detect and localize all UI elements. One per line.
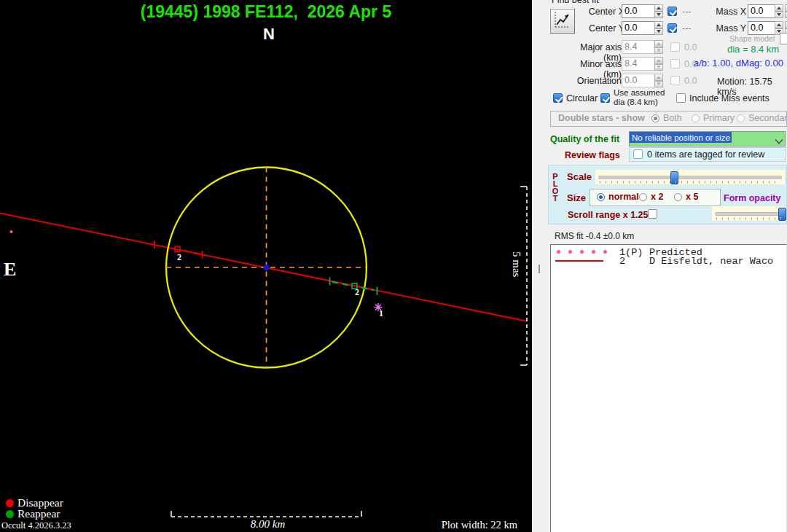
chevron-down-icon xyxy=(775,136,783,144)
use-assumed-dia-label: Use assumed dia (8.4 km) xyxy=(614,88,665,106)
plot-title: (19445) 1998 FE112, 2026 Apr 5 xyxy=(0,2,532,22)
scroll-range-label: Scroll range x 1.25 xyxy=(568,210,648,220)
app-version-label: Occult 4.2026.3.23 xyxy=(1,520,71,531)
size-x2-label: x 2 xyxy=(651,192,663,202)
size-x2-radio[interactable] xyxy=(639,193,647,201)
double-stars-both-radio xyxy=(651,114,659,122)
review-flags-status: 0 items are tagged for review xyxy=(647,149,764,160)
reappear-legend-label: Reappear xyxy=(17,507,60,520)
double-stars-primary-radio xyxy=(692,114,700,122)
orientation-fit-flag: 0.0 xyxy=(684,76,697,86)
rms-fit-label: RMS fit -0.4 ±0.0 km xyxy=(555,231,634,241)
north-direction-label: N xyxy=(258,25,280,44)
form-opacity-ticks xyxy=(716,217,782,220)
size-normal-radio[interactable] xyxy=(597,193,605,201)
minor-axis-fit-checkbox xyxy=(670,59,680,69)
orientation-label: Orientation xyxy=(560,76,622,86)
predicted-dot-icon xyxy=(592,250,595,254)
scroll-range-checkbox[interactable] xyxy=(648,209,657,219)
chord-2-reappear-label: 2 xyxy=(355,287,359,297)
orientation-input: 0.0 xyxy=(622,74,656,87)
predicted-dot-icon xyxy=(557,250,560,254)
observation-row-chord2[interactable]: 2 D Eisfeldt, near Waco xyxy=(551,254,786,264)
circular-label: Circular xyxy=(566,93,598,103)
predicted-dot-icon xyxy=(568,250,572,254)
scale-slider-ticks xyxy=(600,181,780,184)
plot-controls-panel: P L O T Scale Size normal x 2 x 5 Form o… xyxy=(548,165,787,224)
center-y-spinner[interactable] xyxy=(654,21,663,35)
predicted-path-dot xyxy=(10,230,13,233)
major-axis-input: 8.4 xyxy=(622,40,656,54)
chord-2-disappear-label: 2 xyxy=(177,252,181,262)
size-x5-radio[interactable] xyxy=(674,193,682,201)
observations-listbox[interactable]: 1(P) Predicted 2 D Eisfeldt, near Waco xyxy=(550,244,787,532)
center-y-input[interactable]: 0.0 xyxy=(622,21,656,35)
size-radio-group: normal x 2 x 5 xyxy=(590,189,721,206)
center-x-fit-checkbox[interactable] xyxy=(667,7,677,16)
find-best-fit-label: Find best fit xyxy=(552,0,599,5)
predicted-dot-icon xyxy=(603,250,607,254)
center-x-fit-flag: --- xyxy=(682,7,692,17)
scale-slider[interactable] xyxy=(595,170,785,184)
double-stars-secondary-radio xyxy=(737,114,745,122)
occultation-plot-canvas[interactable]: 221 xyxy=(0,0,532,532)
double-stars-groupbox: Double stars - show Both Primary Seconda… xyxy=(550,111,787,127)
scale-slider-groove xyxy=(598,176,782,179)
use-assumed-dia-checkbox[interactable] xyxy=(600,93,610,103)
shape-model-checkbox[interactable] xyxy=(780,33,787,44)
fit-chart-icon xyxy=(550,9,573,31)
major-axis-fit-flag: 0.0 xyxy=(684,42,697,52)
disappear-legend-dot-icon xyxy=(6,499,14,507)
diameter-value-label: dia = 8.4 km xyxy=(727,44,779,55)
fit-control-panel: Find best fit Center X 0.0 --- Mass X 0.… xyxy=(532,0,787,532)
mass-x-input[interactable]: 0.0 xyxy=(748,4,776,18)
observation-row-predicted[interactable]: 1(P) Predicted xyxy=(551,245,786,254)
occult-window: 221 (19445) 1998 FE112, 2026 Apr 5 N E 5… xyxy=(0,0,787,532)
quality-of-fit-label: Quality of the fit xyxy=(550,134,619,144)
center-x-spinner[interactable] xyxy=(654,4,663,18)
size-normal-label: normal xyxy=(608,192,639,202)
center-x-label: Center X xyxy=(583,7,624,17)
east-direction-label: E xyxy=(4,259,16,281)
circular-checkbox[interactable] xyxy=(553,93,563,103)
center-y-label: Center Y xyxy=(583,23,624,34)
review-flags-field: 0 items are tagged for review xyxy=(629,147,786,162)
minor-axis-spinner xyxy=(654,57,663,71)
form-opacity-slider[interactable] xyxy=(712,206,786,221)
mass-x-label: Mass X xyxy=(714,7,746,17)
mass-x-spinner[interactable] xyxy=(775,4,783,18)
chord-line-icon xyxy=(555,260,603,262)
splitter-grip[interactable] xyxy=(539,265,540,273)
include-miss-events-checkbox[interactable] xyxy=(676,93,686,103)
ab-dmag-value-label: a/b: 1.00, dMag: 0.00 xyxy=(694,58,787,69)
major-axis-spinner xyxy=(654,40,663,54)
double-stars-both-label: Both xyxy=(663,113,682,123)
size-label: Size xyxy=(567,192,586,203)
scale-label: Scale xyxy=(567,171,592,182)
minor-axis-input: 8.4 xyxy=(622,57,656,71)
review-flags-label: Review flags xyxy=(565,150,620,160)
occultation-plot-area[interactable]: 221 (19445) 1998 FE112, 2026 Apr 5 N E 5… xyxy=(0,0,532,532)
observation-id: 2 xyxy=(619,256,625,267)
mas-scale-label: 5 mas xyxy=(510,251,522,277)
review-flags-checkbox[interactable] xyxy=(633,149,643,159)
observation-name: D Eisfeldt, near Waco xyxy=(649,256,773,267)
quality-of-fit-dropdown[interactable]: No reliable position or size xyxy=(629,131,786,146)
predicted-dot-icon xyxy=(580,250,584,254)
fit-center-dot xyxy=(263,265,269,270)
center-y-fit-checkbox[interactable] xyxy=(667,23,677,33)
double-stars-secondary-label: Secondary xyxy=(748,113,787,123)
include-miss-events-label: Include Miss events xyxy=(689,93,770,103)
mass-y-label: Mass Y xyxy=(714,23,746,34)
form-opacity-groove xyxy=(715,212,783,216)
form-opacity-label: Form opacity xyxy=(724,193,781,203)
mass-y-input[interactable]: 0.0 xyxy=(748,21,776,35)
plot-width-label: Plot width: 22 km xyxy=(407,519,517,531)
major-axis-fit-checkbox xyxy=(670,42,680,52)
predicted-chord-label: 1 xyxy=(379,308,383,318)
find-best-fit-button[interactable] xyxy=(549,8,575,34)
double-stars-label: Double stars - show xyxy=(558,113,645,123)
center-x-input[interactable]: 0.0 xyxy=(622,4,656,18)
double-stars-primary-label: Primary xyxy=(703,113,735,123)
reappear-legend-dot-icon xyxy=(6,510,14,518)
